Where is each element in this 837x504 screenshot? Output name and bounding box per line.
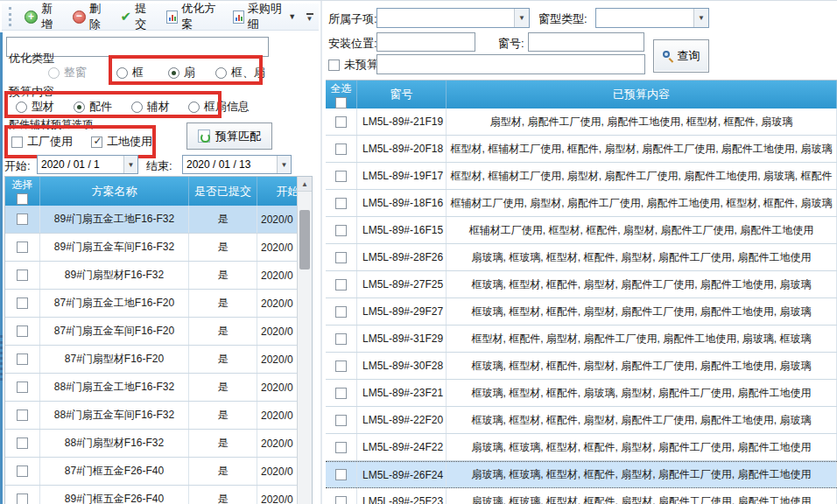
window-no-column-header[interactable]: 窗号: [357, 80, 447, 108]
window-row[interactable]: LM5L-89#-31F29 框型材, 框配件, 扇型材, 扇配件工厂使用, 扇…: [326, 326, 837, 353]
optimize-plan-button[interactable]: 优化方案: [160, 0, 224, 35]
radio-icon[interactable]: [74, 102, 85, 113]
window-row[interactable]: LM5L-89#-19F17 框型材, 框辅材工厂使用, 扇型材, 扇配件工厂使…: [326, 163, 837, 190]
row-checkbox[interactable]: [335, 171, 347, 182]
plan-row[interactable]: 89#门扇五金工地F16-F32 是 2020/0: [5, 206, 312, 234]
row-checkbox[interactable]: [17, 466, 28, 477]
window-row[interactable]: LM5L-89#-16F15 框辅材工厂使用, 框型材, 框配件, 扇型材, 扇…: [326, 217, 837, 244]
radio-icon[interactable]: [188, 102, 200, 113]
window-row[interactable]: LM5L-89#-28F26 扇玻璃, 框玻璃, 框型材, 框配件, 扇型材, …: [326, 244, 837, 271]
start-date-picker[interactable]: 2020 / 01 / 1 ▼: [37, 155, 138, 174]
chevron-down-icon[interactable]: ▼: [123, 156, 137, 173]
plan-row[interactable]: 88#门扇五金车间F16-F32 是 2020/0: [5, 402, 312, 430]
window-row[interactable]: LM5L-89#-26F24 扇玻璃, 框玻璃, 框型材, 框配件, 扇型材, …: [326, 461, 837, 488]
window-row[interactable]: LM5L-89#-23F21 框玻璃, 框型材, 框配件, 扇玻璃, 扇型材, …: [326, 380, 837, 407]
window-row[interactable]: LM5L-89#-18F16 框辅材工厂使用, 扇型材, 扇配件工厂使用, 扇配…: [326, 190, 837, 217]
plan-row[interactable]: 87#门扇型材F16-F20 是 2020/0: [5, 346, 312, 374]
delete-button[interactable]: 删除: [67, 0, 113, 35]
accessory-usage-checkbox[interactable]: 工地使用: [91, 134, 152, 150]
window-row[interactable]: LM5L-89#-21F19 扇型材, 扇配件工厂使用, 扇配件工地使用, 框型…: [326, 108, 837, 136]
row-checkbox[interactable]: [17, 242, 28, 253]
row-checkbox[interactable]: [335, 225, 347, 236]
plan-row[interactable]: 88#门扇五金工地F16-F32 是 2020/0: [5, 374, 312, 402]
row-checkbox[interactable]: [335, 388, 347, 399]
end-date-picker[interactable]: 2020 / 01 / 13 ▼: [182, 155, 292, 174]
radio-icon[interactable]: [131, 102, 143, 113]
radio-icon[interactable]: [168, 67, 179, 79]
optimize-type-option[interactable]: 整窗: [48, 65, 87, 80]
window-row[interactable]: LM5L-89#-27F25 框玻璃, 框型材, 框配件, 扇型材, 扇配件工厂…: [326, 271, 837, 298]
window-row[interactable]: LM5L-89#-29F27 框玻璃, 框型材, 框配件, 扇型材, 扇配件工厂…: [326, 298, 837, 326]
row-checkbox[interactable]: [335, 333, 347, 345]
scroll-up-button[interactable]: ▲: [298, 177, 312, 192]
window-row[interactable]: LM5L-89#-22F20 框玻璃, 框型材, 框配件, 扇型材, 扇配件工厂…: [326, 407, 837, 434]
accessory-usage-checkbox[interactable]: 工厂使用: [11, 134, 73, 150]
sub-item-combobox[interactable]: ▼: [376, 8, 530, 28]
budget-content-option[interactable]: 型材: [16, 99, 54, 115]
toolbar-overflow-button[interactable]: ▼: [304, 7, 315, 26]
checkbox-icon[interactable]: [11, 136, 23, 148]
plan-row[interactable]: 89#门扇五金车间F16-F32 是 2020/0: [5, 234, 312, 262]
row-checkbox[interactable]: [335, 442, 347, 453]
scrollbar-thumb[interactable]: [299, 210, 310, 270]
plan-row[interactable]: 88#门扇型材F16-F32 是 2020/0: [5, 430, 312, 458]
no-budget-checkbox[interactable]: 未预算:: [328, 57, 382, 73]
optimize-type-option[interactable]: 扇: [168, 65, 195, 80]
toolbar-grip[interactable]: [9, 7, 11, 26]
submitted-column-header[interactable]: 是否已提交: [189, 177, 257, 206]
select-all-checkbox[interactable]: [17, 193, 28, 205]
row-checkbox[interactable]: [17, 270, 28, 281]
plan-row[interactable]: 87#门框五金F26-F40 是 2020/0: [5, 458, 312, 486]
window-type-combobox[interactable]: ▼: [595, 8, 709, 28]
row-checkbox[interactable]: [17, 298, 28, 309]
radio-icon[interactable]: [215, 67, 227, 79]
row-checkbox[interactable]: [335, 116, 347, 128]
budget-content-option[interactable]: 辅材: [131, 99, 170, 115]
budget-content-option[interactable]: 配件: [74, 99, 112, 115]
optimize-type-option[interactable]: 框: [116, 65, 144, 80]
window-row[interactable]: LM5L-89#-24F22 扇玻璃, 框玻璃, 框型材, 框配件, 扇型材, …: [326, 434, 837, 461]
row-checkbox[interactable]: [17, 438, 28, 449]
add-button[interactable]: 新增: [18, 0, 65, 35]
budget-content-option[interactable]: 框扇信息: [188, 99, 250, 115]
install-position-input[interactable]: [376, 32, 475, 52]
row-checkbox[interactable]: [335, 496, 347, 504]
window-row[interactable]: LM5L-89#-25F23 扇玻璃, 框玻璃, 框型材, 框配件, 扇型材, …: [326, 488, 837, 504]
window-no-input[interactable]: [528, 32, 644, 52]
chevron-down-icon[interactable]: ▼: [277, 156, 291, 173]
row-checkbox[interactable]: [17, 214, 28, 225]
plan-name-column-header[interactable]: 方案名称: [40, 177, 189, 206]
vertical-scrollbar[interactable]: ▲: [297, 177, 312, 504]
row-checkbox[interactable]: [335, 469, 347, 480]
row-checkbox[interactable]: [335, 306, 347, 318]
row-checkbox[interactable]: [17, 410, 28, 421]
budgeted-content-column-header[interactable]: 已预算内容: [447, 80, 837, 108]
purchase-detail-button[interactable]: 采购明细 ▼: [227, 0, 302, 35]
row-checkbox[interactable]: [17, 382, 28, 393]
row-checkbox[interactable]: [335, 198, 347, 209]
submit-button[interactable]: ✔ 提交: [115, 0, 159, 35]
radio-icon[interactable]: [116, 67, 128, 79]
row-checkbox[interactable]: [17, 354, 28, 365]
radio-icon[interactable]: [48, 67, 60, 79]
chevron-down-icon[interactable]: ▼: [514, 9, 529, 27]
splitter-grip[interactable]: [0, 335, 3, 381]
query-button[interactable]: 查询: [653, 39, 709, 73]
plan-row[interactable]: 89#门框五金F26-F40 是 2020/0: [5, 486, 312, 504]
checkbox-icon[interactable]: [328, 60, 340, 71]
window-row[interactable]: LM5L-89#-30F28 框玻璃, 框型材, 框配件, 扇型材, 扇配件工厂…: [326, 353, 837, 380]
select-all-checkbox[interactable]: [335, 97, 347, 108]
window-row[interactable]: LM5L-89#-20F18 框型材, 框辅材工厂使用, 框配件, 扇型材, 扇…: [326, 136, 837, 163]
plan-row[interactable]: 89#门扇型材F16-F32 是 2020/0: [5, 262, 312, 290]
row-checkbox[interactable]: [17, 326, 28, 337]
optimize-type-option[interactable]: 框、扇: [215, 65, 265, 80]
row-checkbox[interactable]: [335, 415, 347, 426]
plan-row[interactable]: 87#门扇五金车间F16-F20 是 2020/0: [5, 318, 312, 346]
checkbox-icon[interactable]: [91, 136, 102, 148]
budget-match-button[interactable]: 预算匹配: [186, 122, 272, 150]
chevron-down-icon[interactable]: ▼: [693, 9, 708, 27]
row-checkbox[interactable]: [335, 252, 347, 263]
row-checkbox[interactable]: [335, 144, 347, 155]
row-checkbox[interactable]: [335, 279, 347, 290]
row-checkbox[interactable]: [335, 360, 347, 372]
